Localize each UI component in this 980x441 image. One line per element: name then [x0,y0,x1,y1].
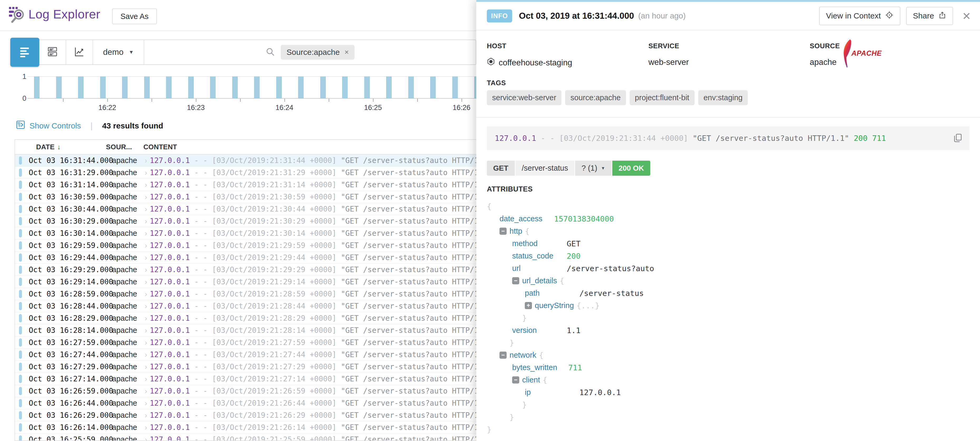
show-controls-link[interactable]: Show Controls [16,120,81,131]
attribute-key[interactable]: path [525,289,568,297]
collapse-toggle[interactable]: − [512,376,519,383]
histogram-bar[interactable] [56,77,62,98]
filter-chip-source-apache[interactable]: Source:apache × [281,45,355,60]
histogram-bar[interactable] [408,77,414,98]
log-row[interactable]: Oct 03 16:29:59.000apache›127.0.0.1 - - … [15,240,476,252]
copy-icon[interactable] [953,133,963,145]
source-label: SOURCE [810,42,969,50]
log-row[interactable]: Oct 03 16:28:44.000apache›127.0.0.1 - - … [15,300,476,312]
histogram-bar[interactable] [78,77,84,98]
attribute-key[interactable]: method [512,239,556,248]
x-axis-tick-label: 16:23 [180,104,212,112]
log-row[interactable]: Oct 03 16:31:44.000apache›127.0.0.1 - - … [15,155,476,167]
search-input[interactable]: Source:apache × [144,40,476,64]
log-row[interactable]: Oct 03 16:30:14.000apache›127.0.0.1 - - … [15,227,476,240]
log-row[interactable]: Oct 03 16:27:29.000apache›127.0.0.1 - - … [15,361,476,373]
close-panel-icon[interactable]: × [963,9,970,23]
log-row[interactable]: Oct 03 16:25:59.000apache›127.0.0.1 - - … [15,434,476,441]
attribute-key[interactable]: queryString [535,301,574,310]
log-row[interactable]: Oct 03 16:28:29.000apache›127.0.0.1 - - … [15,312,476,324]
list-view-toggle[interactable] [10,38,39,67]
histogram-bar[interactable] [430,77,436,98]
chevron-right-icon: › [140,387,150,395]
histogram-bar[interactable] [342,77,348,98]
histogram-bar[interactable] [364,77,370,98]
histogram-bar[interactable] [386,77,392,98]
tags-label: TAGS [487,79,506,87]
chevron-right-icon: › [140,423,150,432]
histogram-bar[interactable] [298,77,304,98]
histogram-bar[interactable] [276,77,282,98]
column-header-content[interactable]: CONTENT [140,143,476,151]
histogram-bar[interactable] [210,77,216,98]
log-row[interactable]: Oct 03 16:29:44.000apache›127.0.0.1 - - … [15,252,476,264]
column-header-source[interactable]: SOUR... [106,143,140,151]
service-value[interactable]: web-server [648,58,810,67]
view-in-context-button[interactable]: View in Context [819,6,900,25]
histogram-bar[interactable] [320,77,326,98]
attribute-key[interactable]: client [522,375,540,384]
saved-view-dropdown[interactable]: demo ▼ [93,40,144,64]
remove-filter-icon[interactable]: × [345,48,349,56]
histogram-bar[interactable] [34,77,40,98]
collapse-toggle[interactable]: − [500,228,507,235]
attribute-key[interactable]: status_code [512,252,556,260]
share-button[interactable]: Share [906,7,953,25]
source-value[interactable]: apache [810,58,969,67]
log-row[interactable]: Oct 03 16:26:14.000apache›127.0.0.1 - - … [15,422,476,434]
log-row[interactable]: Oct 03 16:27:44.000apache›127.0.0.1 - - … [15,349,476,361]
log-row[interactable]: Oct 03 16:26:59.000apache›127.0.0.1 - - … [15,385,476,397]
tag-chip[interactable]: project:fluent-bit [630,90,695,105]
histogram-bar[interactable] [232,77,238,98]
results-count: 43 results found [102,121,163,130]
log-row[interactable]: Oct 03 16:27:59.000apache›127.0.0.1 - - … [15,337,476,349]
host-value-row[interactable]: coffeehouse-staging [487,58,648,68]
tag-chip[interactable]: env:staging [698,90,748,105]
log-ip: 127.0.0.1 [150,387,190,395]
expand-toggle[interactable]: + [525,302,532,309]
histogram-bar[interactable] [254,77,259,98]
histogram-bar[interactable] [122,77,127,98]
attribute-key[interactable]: url [512,264,556,273]
attribute-key[interactable]: date_access [500,214,543,223]
attribute-key[interactable]: http [509,227,522,235]
log-row[interactable]: Oct 03 16:30:59.000apache›127.0.0.1 - - … [15,191,476,203]
attribute-key[interactable]: network [509,351,536,360]
attribute-key[interactable]: ip [525,388,568,397]
log-row[interactable]: Oct 03 16:26:29.000apache›127.0.0.1 - - … [15,409,476,422]
card-view-toggle[interactable] [39,40,66,64]
log-row[interactable]: Oct 03 16:29:14.000apache›127.0.0.1 - - … [15,276,476,288]
collapse-toggle[interactable]: − [512,277,519,284]
attribute-key[interactable]: url_details [522,276,557,285]
log-row[interactable]: Oct 03 16:28:14.000apache›127.0.0.1 - - … [15,324,476,337]
histogram-bar[interactable] [188,77,194,98]
log-row[interactable]: Oct 03 16:31:29.000apache›127.0.0.1 - - … [15,167,476,179]
attribute-key[interactable]: bytes_written [512,363,557,372]
histogram-bar[interactable] [474,77,476,98]
histogram-bar[interactable] [166,77,172,98]
explorer-toolbar: demo ▼ Source:apache × [10,40,476,65]
log-row[interactable]: Oct 03 16:27:14.000apache›127.0.0.1 - - … [15,373,476,385]
tag-chip[interactable]: source:apache [565,90,626,105]
tag-chip[interactable]: service:web-server [487,90,562,105]
log-row[interactable]: Oct 03 16:30:29.000apache›127.0.0.1 - - … [15,215,476,227]
log-row[interactable]: Oct 03 16:28:59.000apache›127.0.0.1 - - … [15,288,476,300]
chevron-right-icon: › [140,339,150,347]
histogram-bar[interactable] [100,77,106,98]
log-row[interactable]: Oct 03 16:31:14.000apache›127.0.0.1 - - … [15,179,476,191]
log-row[interactable]: Oct 03 16:30:44.000apache›127.0.0.1 - - … [15,203,476,215]
log-row[interactable]: Oct 03 16:29:29.000apache›127.0.0.1 - - … [15,264,476,276]
log-level-indicator [19,241,22,249]
host-block: HOST coffeehouse-staging [487,42,648,68]
collapse-toggle[interactable]: − [500,352,507,359]
histogram-bar[interactable] [452,77,458,98]
attribute-key[interactable]: version [512,326,556,335]
log-row[interactable]: Oct 03 16:26:44.000apache›127.0.0.1 - - … [15,397,476,409]
chevron-right-icon: › [140,350,150,359]
x-axis-tick [240,99,241,102]
timeseries-view-toggle[interactable] [66,40,93,64]
http-query-dropdown[interactable]: ? (1) ▼ [575,161,611,176]
save-as-button[interactable]: Save As [112,8,157,24]
histogram-bar[interactable] [144,77,150,98]
column-header-date[interactable]: DATE ↓ [15,143,106,151]
